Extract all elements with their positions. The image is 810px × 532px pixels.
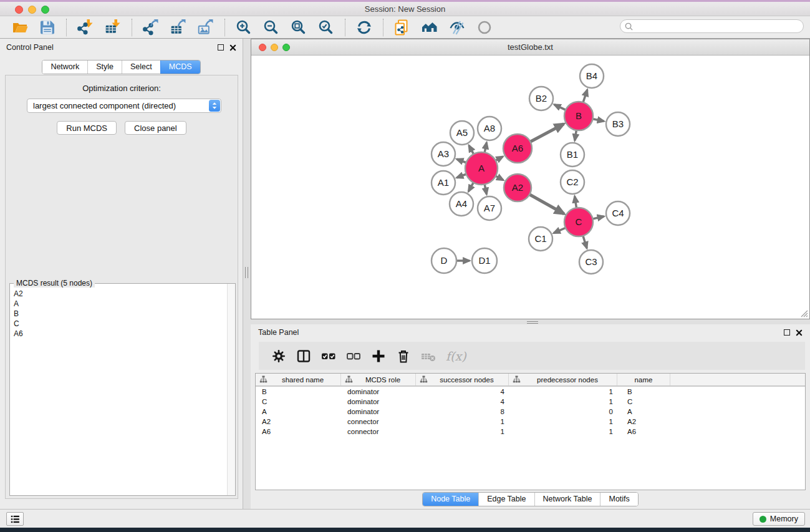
graph-node-C4[interactable]: C4 [606, 201, 630, 225]
new-network-from-selection-button[interactable] [394, 19, 410, 36]
function-builder-button: f(x) [446, 349, 466, 363]
import-network-button[interactable] [77, 19, 94, 36]
graph-node-C3[interactable]: C3 [579, 250, 603, 274]
result-item[interactable]: A6 [14, 329, 223, 339]
result-item[interactable]: A [14, 299, 223, 309]
toolbar-separator [383, 19, 383, 36]
vertical-splitter[interactable] [244, 39, 251, 509]
graph-node-A6[interactable]: A6 [503, 134, 532, 163]
float-panel-icon[interactable] [218, 44, 224, 51]
minimize-window-button[interactable] [28, 6, 36, 14]
graph-node-A2[interactable]: A2 [504, 174, 531, 201]
run-mcds-button[interactable]: Run MCDS [57, 121, 117, 135]
search-input[interactable] [634, 21, 803, 32]
network-zoom-button[interactable] [282, 44, 290, 51]
tab-network-table[interactable]: Network Table [534, 493, 600, 506]
graph-node-A[interactable]: A [465, 152, 498, 185]
graph-node-A8[interactable]: A8 [478, 117, 501, 140]
zoom-fit-button[interactable] [291, 19, 307, 36]
tab-node-table[interactable]: Node Table [423, 493, 478, 506]
first-neighbors-button[interactable] [422, 19, 438, 36]
cell-MCDS-role: dominator [341, 387, 416, 397]
delete-row-button[interactable] [396, 349, 411, 364]
graph-node-B3[interactable]: B3 [606, 112, 630, 136]
delete-row-icon [396, 349, 411, 364]
close-window-button[interactable] [15, 6, 23, 14]
graph-edge-B-B4 [583, 90, 587, 104]
table-settings-button[interactable] [271, 349, 286, 364]
tab-mcds[interactable]: MCDS [160, 60, 200, 74]
table-row[interactable]: Adominator80A [256, 407, 805, 417]
table-row[interactable]: Cdominator41C [256, 397, 805, 407]
result-item[interactable]: C [14, 319, 223, 329]
sort-tree-icon [344, 375, 353, 384]
table-row[interactable]: Bdominator41B [256, 387, 805, 397]
table-row[interactable]: A2connector11A2 [256, 417, 805, 427]
result-item[interactable]: B [14, 309, 223, 319]
tab-select[interactable]: Select [122, 60, 160, 74]
graph-node-B1[interactable]: B1 [561, 143, 584, 167]
column-header-predecessor-nodes[interactable]: predecessor nodes [509, 374, 617, 385]
zoom-selected-button[interactable] [318, 19, 334, 36]
close-panel-icon[interactable] [229, 44, 236, 51]
tab-network[interactable]: Network [42, 60, 87, 74]
add-row-button[interactable] [371, 349, 386, 364]
column-header-name[interactable]: name [617, 374, 670, 385]
network-minimize-button[interactable] [271, 44, 278, 51]
graph-node-D[interactable]: D [432, 248, 456, 273]
column-header-MCDS-role[interactable]: MCDS role [341, 374, 416, 385]
graph-node-A4[interactable]: A4 [450, 192, 473, 216]
graph-node-B[interactable]: B [564, 102, 593, 130]
tab-motifs[interactable]: Motifs [600, 493, 637, 506]
import-network-icon [77, 19, 94, 36]
graph-node-C1[interactable]: C1 [529, 227, 552, 251]
network-canvas[interactable]: AA1A2A3A4A5A6A7A8BB1B2B3B4CC1C2C3C4DD1 [251, 56, 809, 319]
graph-node-B2[interactable]: B2 [529, 87, 553, 110]
select-all-rows-button[interactable] [321, 349, 336, 364]
export-image-button[interactable] [198, 19, 214, 36]
show-panels-button[interactable] [6, 512, 24, 526]
column-header-shared-name[interactable]: shared name [256, 374, 341, 385]
close-panel-button[interactable]: Close panel [125, 121, 186, 135]
svg-text:A6: A6 [512, 143, 523, 153]
result-scrollbar[interactable] [227, 284, 235, 495]
graph-node-C[interactable]: C [564, 208, 593, 236]
hide-selected-button[interactable] [449, 19, 465, 36]
table-row[interactable]: A6connector11A6 [256, 427, 805, 437]
refresh-icon [356, 19, 372, 36]
float-panel-icon[interactable] [784, 329, 790, 336]
export-table-button[interactable] [170, 19, 186, 36]
tab-style[interactable]: Style [87, 60, 122, 74]
result-item[interactable]: A2 [14, 289, 223, 299]
cell-successor-nodes: 1 [416, 417, 509, 427]
graph-node-A1[interactable]: A1 [432, 171, 455, 195]
export-network-button[interactable] [143, 19, 159, 36]
graph-node-A3[interactable]: A3 [432, 142, 455, 166]
sort-tree-icon [258, 375, 268, 384]
graph-node-B4[interactable]: B4 [580, 64, 604, 88]
resize-grip-icon[interactable] [799, 309, 808, 317]
graph-node-A5[interactable]: A5 [450, 121, 474, 145]
import-table-button[interactable] [105, 19, 121, 36]
svg-text:A4: A4 [456, 198, 467, 209]
refresh-button[interactable] [356, 19, 372, 36]
open-file-button[interactable] [12, 19, 28, 36]
zoom-window-button[interactable] [41, 6, 49, 14]
tab-edge-table[interactable]: Edge Table [478, 493, 534, 506]
column-header-successor-nodes[interactable]: successor nodes [416, 374, 509, 385]
graph-node-D1[interactable]: D1 [472, 248, 497, 273]
column-layout-button[interactable] [296, 349, 311, 364]
criterion-select[interactable]: largest connected component (directed) [27, 99, 221, 113]
horizontal-splitter[interactable] [251, 319, 810, 324]
graph-node-A7[interactable]: A7 [478, 196, 501, 220]
deselect-all-rows-button[interactable] [346, 349, 361, 364]
svg-text:A2: A2 [512, 182, 523, 193]
save-session-button[interactable] [39, 19, 55, 36]
show-all-button[interactable] [476, 19, 493, 36]
zoom-out-button[interactable] [263, 19, 279, 36]
zoom-in-button[interactable] [236, 19, 252, 36]
memory-button[interactable]: Memory [753, 512, 805, 526]
network-close-button[interactable] [259, 44, 266, 51]
graph-node-C2[interactable]: C2 [561, 170, 584, 194]
close-panel-icon[interactable] [796, 329, 803, 336]
